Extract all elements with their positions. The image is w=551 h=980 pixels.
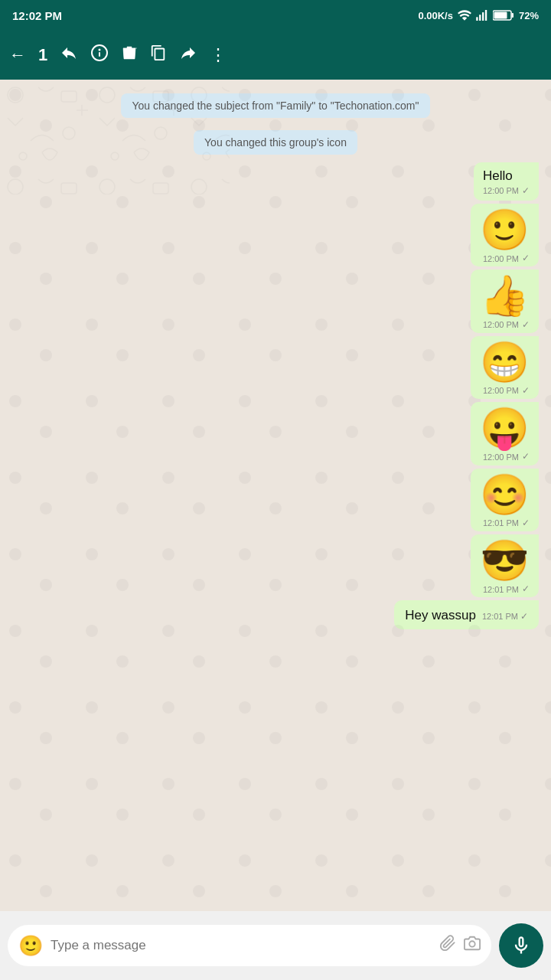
message-meta: 12:01 PM ✓ — [480, 518, 530, 528]
status-bar: 12:02 PM 0.00K/s 72% — [0, 0, 551, 31]
voice-message-button[interactable] — [499, 923, 543, 968]
system-message-1: You changed the subject from "Family" to… — [121, 93, 429, 118]
message-check: ✓ — [522, 518, 530, 528]
message-time: 12:00 PM — [483, 254, 519, 263]
message-meta: 12:00 PM ✓ — [480, 386, 530, 396]
message-time: 12:00 PM — [483, 452, 519, 462]
status-time: 12:02 PM — [12, 9, 62, 22]
message-meta: 12:01 PM ✓ — [482, 611, 528, 622]
svg-rect-6 — [494, 12, 507, 19]
message-meta: 12:00 PM ✓ — [480, 253, 530, 263]
message-text: Hey wassup — [405, 608, 476, 623]
status-right: 0.00K/s 72% — [418, 10, 539, 21]
message-emoji-tongue[interactable]: 😛 12:00 PM ✓ — [471, 402, 539, 465]
emoji-content: 😁 — [480, 341, 530, 384]
signal-icon — [476, 10, 488, 21]
svg-rect-0 — [476, 17, 478, 21]
svg-rect-3 — [485, 10, 487, 21]
message-meta: 12:00 PM ✓ — [480, 452, 530, 462]
message-time: 12:00 PM — [483, 186, 519, 195]
more-icon[interactable]: ⋮ — [210, 45, 227, 65]
message-check: ✓ — [522, 452, 530, 462]
message-check: ✓ — [522, 320, 530, 330]
message-check: ✓ — [522, 253, 530, 263]
network-speed: 0.00K/s — [418, 10, 453, 21]
emoji-content: 👍 — [480, 274, 530, 318]
svg-rect-5 — [511, 13, 514, 18]
battery-percent: 72% — [519, 10, 539, 21]
message-time: 12:01 PM — [482, 612, 518, 621]
input-bar: 🙂 — [0, 911, 551, 980]
message-time: 12:00 PM — [483, 386, 519, 395]
emoji-content: 😊 — [480, 473, 530, 517]
emoji-content: 🙂 — [480, 208, 530, 252]
chat-scroll: You changed the subject from "Family" to… — [0, 80, 551, 639]
header: ← 1 ⋮ — [0, 31, 551, 80]
message-input[interactable] — [51, 938, 432, 953]
message-emoji-grin[interactable]: 😁 12:00 PM ✓ — [471, 336, 539, 399]
battery-icon — [493, 10, 514, 21]
back-button[interactable]: ← — [9, 45, 26, 65]
emoji-picker-icon[interactable]: 🙂 — [18, 934, 43, 958]
message-text: Hello — [483, 168, 530, 184]
delete-icon[interactable] — [121, 44, 138, 67]
message-check: ✓ — [522, 584, 530, 594]
wifi-icon — [458, 10, 471, 21]
chat-area: You changed the subject from "Family" to… — [0, 80, 551, 911]
message-check: ✓ — [522, 386, 530, 396]
camera-icon[interactable] — [464, 935, 481, 956]
message-input-container: 🙂 — [8, 925, 491, 966]
message-check: ✓ — [522, 185, 530, 196]
message-emoji-thumbsup[interactable]: 👍 12:00 PM ✓ — [471, 270, 539, 332]
selected-count: 1 — [38, 45, 47, 65]
message-emoji-smile[interactable]: 🙂 12:00 PM ✓ — [471, 204, 539, 266]
message-hello[interactable]: Hello 12:00 PM ✓ — [474, 162, 539, 201]
message-time: 12:00 PM — [483, 320, 519, 329]
attach-icon[interactable] — [439, 935, 456, 956]
reply-icon[interactable] — [60, 44, 78, 67]
microphone-icon — [510, 935, 532, 956]
message-meta: 12:00 PM ✓ — [483, 185, 530, 196]
system-message-2: You changed this group's icon — [194, 130, 357, 155]
message-meta: 12:00 PM ✓ — [480, 320, 530, 330]
copy-icon[interactable] — [150, 44, 167, 67]
info-icon[interactable] — [90, 44, 109, 67]
message-meta: 12:01 PM ✓ — [480, 584, 530, 594]
message-check: ✓ — [520, 611, 528, 622]
forward-icon[interactable] — [179, 44, 197, 67]
emoji-content: 😎 — [480, 539, 530, 583]
message-time: 12:01 PM — [483, 518, 519, 528]
svg-rect-1 — [479, 15, 481, 21]
message-heywassup[interactable]: Hey wassup 12:01 PM ✓ — [394, 600, 539, 629]
message-emoji-blush[interactable]: 😊 12:01 PM ✓ — [471, 469, 539, 531]
emoji-content: 😛 — [480, 407, 530, 450]
svg-point-15 — [469, 941, 474, 946]
message-emoji-sunglasses[interactable]: 😎 12:01 PM ✓ — [471, 534, 539, 597]
svg-rect-2 — [482, 12, 484, 21]
message-time: 12:01 PM — [483, 585, 519, 594]
